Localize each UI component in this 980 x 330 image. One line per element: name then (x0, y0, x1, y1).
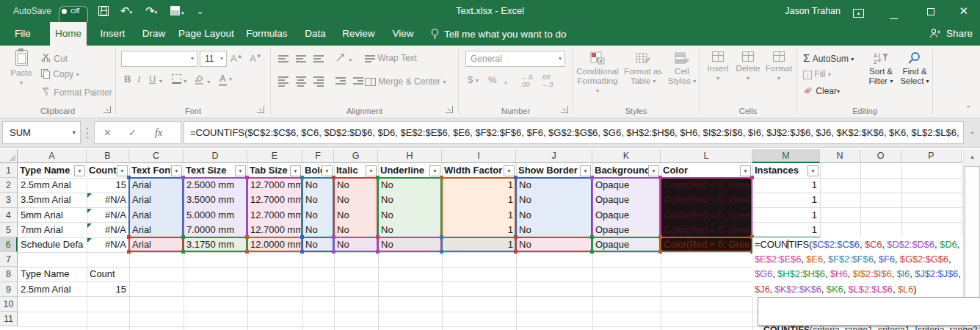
number-dialog-launcher[interactable]: ↘ (561, 106, 568, 113)
cell-H5[interactable]: No (378, 223, 442, 237)
insert-function-button[interactable]: fx (155, 122, 162, 143)
fill-button[interactable]: ↓ Fill ▾ (803, 69, 831, 79)
formula-bar-drag-handle[interactable]: ●●● (86, 126, 89, 140)
cell-I1[interactable]: Width Factor (442, 163, 504, 178)
row-header-7[interactable]: 7 (0, 252, 18, 267)
row-header-10[interactable]: 10 (0, 297, 18, 312)
cell-C6[interactable]: Arial (129, 237, 184, 252)
cell-A4[interactable]: 5mm Arial (18, 208, 87, 223)
enter-formula-button[interactable]: ✓ (128, 122, 137, 143)
align-middle-button[interactable] (296, 53, 306, 64)
cell-D4[interactable]: 5.0000 mm (184, 208, 247, 223)
filter-button-B[interactable]: ▼ (117, 165, 128, 176)
font-color-button[interactable]: A ▾ (219, 73, 232, 84)
cell-H3[interactable]: No (378, 193, 442, 207)
cell-D6[interactable]: 3.1750 mm (184, 237, 247, 252)
cell-A5[interactable]: 7mm Arial (18, 223, 87, 237)
percent-style-button[interactable]: % (488, 74, 497, 85)
filter-button-L[interactable]: ▼ (740, 165, 751, 176)
cell-B4[interactable]: #N/A (87, 208, 129, 223)
tab-page-layout[interactable]: Page Layout (178, 22, 233, 46)
cell-E3[interactable]: 12.7000 mm (247, 193, 302, 207)
tab-review[interactable]: Review (339, 22, 378, 46)
cell-B5[interactable]: #N/A (87, 223, 129, 237)
underline-button[interactable]: U (149, 73, 156, 85)
user-name[interactable]: Jason Trahan (785, 0, 841, 22)
clipboard-dialog-launcher[interactable]: ↘ (104, 106, 111, 113)
row-header-2[interactable]: 2 (0, 178, 18, 193)
tell-me-box[interactable]: Tell me what you want to do (430, 22, 567, 46)
orientation-button[interactable]: ▾ (335, 51, 352, 65)
cell-F2[interactable]: No (302, 178, 334, 193)
cut-button[interactable]: Cut (41, 53, 68, 64)
tab-data[interactable]: Data (301, 22, 330, 46)
cell-M2[interactable]: 1 (752, 178, 820, 193)
filter-button-K[interactable]: ▼ (648, 165, 659, 176)
cell-J2[interactable]: No (516, 178, 592, 193)
cell-C3[interactable]: Arial (129, 193, 184, 207)
cell-M3[interactable]: 1 (752, 193, 820, 207)
cell-D3[interactable]: 3.5000 mm (184, 193, 247, 207)
cell-A2[interactable]: 2.5mm Arial (18, 178, 87, 193)
cell-G3[interactable]: No (334, 193, 378, 207)
bold-button[interactable]: B (124, 73, 131, 85)
row-header-9[interactable]: 9 (0, 282, 18, 297)
cell-D5[interactable]: 7.0000 mm (184, 223, 247, 237)
scroll-up-button[interactable]: ▲ (965, 150, 980, 165)
cell-E1[interactable]: Tab Size (247, 163, 291, 178)
number-format-combo[interactable]: General▾ (465, 51, 565, 67)
cell-G5[interactable]: No (334, 223, 378, 237)
column-header-K[interactable]: K (592, 149, 661, 163)
cell-J1[interactable]: Show Border (516, 163, 581, 178)
merge-center-button[interactable]: Merge & Center ▾ (365, 76, 446, 87)
cell-D1[interactable]: Text Size (184, 163, 236, 178)
font-name-combo[interactable]: ▾ (121, 51, 197, 67)
cell-B2[interactable]: 15 (87, 178, 129, 193)
cell-L3[interactable]: Color(Red = 0, Gree (661, 193, 752, 207)
cell-L6[interactable]: Color(Red = 0, Gree (661, 237, 752, 252)
increase-decimal-button[interactable]: ←.0.00 (520, 73, 533, 88)
filter-button-M[interactable]: ▼ (807, 165, 819, 176)
increase-font-button[interactable]: A▲ (231, 53, 243, 64)
insert-cells-button[interactable]: Insert▾ (704, 51, 732, 83)
row-header-1[interactable]: 1 (0, 163, 18, 178)
cell-G1[interactable]: Italic (334, 163, 366, 178)
cell-B3[interactable]: #N/A (87, 193, 129, 207)
cell-styles-button[interactable]: CellStyles ▾ (666, 51, 698, 86)
fill-color-button[interactable]: ▾ (194, 74, 210, 87)
decrease-decimal-button[interactable]: .00→.0 (541, 73, 553, 88)
share-button[interactable]: Share (929, 22, 973, 46)
column-header-D[interactable]: D (184, 149, 247, 163)
tab-draw[interactable]: Draw (139, 22, 168, 46)
row-header-6[interactable]: 6 (0, 237, 18, 252)
cell-B8[interactable]: Count (87, 267, 129, 281)
format-cells-button[interactable]: Format▾ (764, 51, 794, 83)
column-header-F[interactable]: F (302, 149, 334, 163)
align-bottom-button[interactable] (313, 53, 324, 64)
row-header-5[interactable]: 5 (0, 223, 18, 237)
cell-E4[interactable]: 12.7000 mm (247, 208, 302, 223)
row-header-4[interactable]: 4 (0, 208, 18, 223)
align-top-button[interactable] (278, 53, 288, 64)
cell-K6[interactable]: Opaque (592, 237, 661, 252)
cell-J4[interactable]: No (516, 208, 592, 223)
cell-J6[interactable]: No (516, 237, 592, 252)
cell-G2[interactable]: No (334, 178, 378, 193)
column-header-P[interactable]: P (901, 149, 962, 163)
filter-button-J[interactable]: ▼ (580, 165, 591, 176)
cell-L2[interactable]: Color(Red = 0, Gree (661, 178, 752, 193)
column-header-B[interactable]: B (87, 149, 129, 163)
tab-view[interactable]: View (388, 22, 418, 46)
filter-button-E[interactable]: ▼ (290, 165, 301, 176)
column-header-G[interactable]: G (334, 149, 378, 163)
filter-button-H[interactable]: ▼ (429, 165, 440, 176)
row-header-11[interactable]: 11 (0, 312, 18, 326)
formula-bar-input[interactable]: =COUNTIFS($C$2:$C$6, $C6, $D$2:$D$6, $D6… (184, 121, 964, 144)
cell-D2[interactable]: 2.5000 mm (184, 178, 247, 193)
cell-H4[interactable]: No (378, 208, 442, 223)
cell-C5[interactable]: Arial (129, 223, 184, 237)
column-header-M[interactable]: M (752, 149, 820, 163)
tab-home[interactable]: Home (50, 22, 87, 46)
column-header-E[interactable]: E (247, 149, 302, 163)
cell-M5[interactable]: 1 (752, 223, 820, 237)
